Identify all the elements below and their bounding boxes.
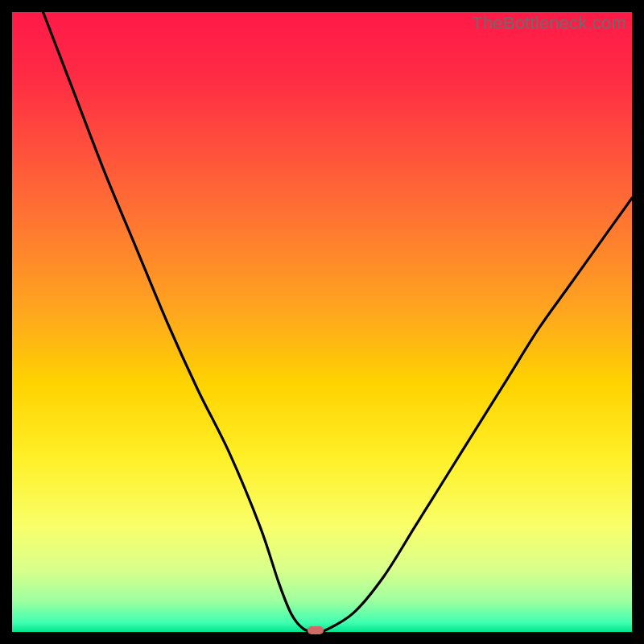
background-gradient: [12, 12, 632, 632]
chart-frame: [12, 12, 632, 632]
